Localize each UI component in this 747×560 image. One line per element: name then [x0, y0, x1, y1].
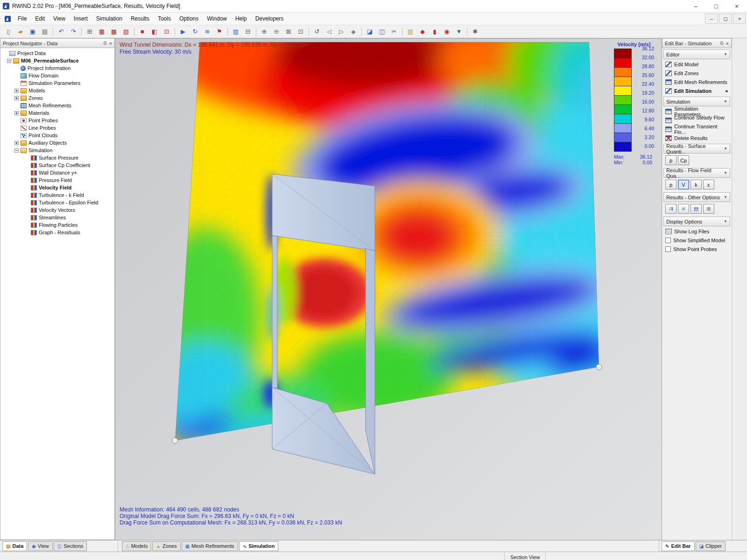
red-cube-icon[interactable]: ■: [137, 27, 148, 37]
filter-icon[interactable]: ▼: [453, 27, 465, 37]
previous-view-icon[interactable]: ◁: [324, 27, 335, 37]
minimize-button[interactable]: –: [685, 0, 706, 12]
section-simulation[interactable]: Simulation▼: [663, 97, 730, 106]
expand-icon[interactable]: [14, 111, 19, 115]
tree-item-project-information[interactable]: Project Information: [0, 64, 114, 72]
probe-icon[interactable]: ◉: [441, 27, 452, 37]
continue-transient-flow-button[interactable]: Continue Transient Flo...: [662, 125, 732, 133]
surface-pressure-button[interactable]: p: [665, 155, 677, 165]
tree-item-streamlines[interactable]: Streamlines: [0, 214, 114, 221]
maximize-button[interactable]: □: [706, 0, 726, 12]
expand-icon[interactable]: [14, 96, 19, 100]
menu-help[interactable]: Help: [231, 14, 251, 24]
section-editor[interactable]: Editor▼: [663, 49, 730, 59]
edit-simulation-button[interactable]: Edit Simulation◄: [662, 86, 732, 95]
menu-simulation[interactable]: Simulation: [92, 14, 127, 24]
mdi-restore-button[interactable]: ◻: [719, 14, 732, 24]
tree-item-zones[interactable]: Zones: [0, 94, 114, 102]
tab-models[interactable]: △Models: [122, 541, 151, 551]
rotate-model-icon[interactable]: ↻: [190, 27, 201, 37]
rotate-view-icon[interactable]: ↺: [311, 27, 323, 37]
show-point-probes-checkbox[interactable]: Show Point Probes: [662, 245, 732, 253]
flow-pressure-button[interactable]: p: [665, 180, 677, 189]
envelope-icon[interactable]: ▤: [691, 204, 702, 214]
tab-sections[interactable]: ◫Sections: [54, 541, 87, 551]
tree-item-project-data[interactable]: Project Data: [0, 49, 114, 57]
new-file-icon[interactable]: ▯: [3, 27, 14, 37]
edit-mesh-refinements-button[interactable]: Edit Mesh Refinements: [662, 77, 732, 86]
print-icon[interactable]: ▤: [39, 27, 50, 37]
viewport-3d[interactable]: Wind Tunnel Dimensions: Dx = 186.641 m, …: [115, 38, 662, 540]
checkbox-icon[interactable]: [665, 238, 671, 243]
wind-profile-icon[interactable]: ≋: [202, 27, 213, 37]
layers-icon[interactable]: ≋: [678, 204, 689, 214]
edit-model-button[interactable]: Edit Model: [662, 60, 732, 69]
monitor-icon[interactable]: ⊟: [242, 27, 254, 37]
tree-item-mesh-refinements[interactable]: Mesh Refinements: [0, 102, 114, 109]
zoom-window-icon[interactable]: ⊠: [283, 27, 294, 37]
tree-item-turbulence-epsilon[interactable]: Turbulence - Epsilon Field: [0, 199, 114, 206]
tree-item-simulation[interactable]: Simulation: [0, 147, 114, 154]
section-results-other[interactable]: Results - Other Options▼: [663, 192, 730, 202]
section-results-surface[interactable]: Results - Surface Quanti...▼: [663, 144, 730, 154]
menu-results[interactable]: Results: [127, 14, 154, 24]
pin-icon[interactable]: [719, 41, 724, 46]
tab-simulation[interactable]: ∿Simulation: [239, 541, 279, 551]
color-scale-icon[interactable]: ▥: [405, 27, 416, 37]
save-icon[interactable]: ▣: [27, 27, 38, 37]
delete-results-button[interactable]: Delete Results: [662, 133, 732, 142]
close-panel-icon[interactable]: ×: [726, 41, 729, 46]
refinement-grid-icon[interactable]: ▩: [108, 27, 120, 37]
wind-direction-icon[interactable]: ▶: [177, 27, 189, 37]
tree-item-auxiliary-objects[interactable]: Auxiliary Objects: [0, 139, 114, 147]
collapse-icon[interactable]: [7, 59, 11, 63]
expand-icon[interactable]: [14, 89, 19, 93]
next-view-icon[interactable]: ▷: [336, 27, 347, 37]
menu-file[interactable]: File: [14, 14, 31, 24]
tree-item-flowing-particles[interactable]: Flowing Particles: [0, 221, 114, 229]
clipping-plane-icon[interactable]: ◪: [364, 27, 375, 37]
dotted-grid-icon[interactable]: ▧: [120, 27, 132, 37]
open-folder-icon[interactable]: ▰: [15, 27, 26, 37]
expand-icon[interactable]: [14, 141, 19, 145]
tree-item-velocity-field[interactable]: Velocity Field: [0, 184, 114, 191]
arrows-icon[interactable]: ⇉: [665, 204, 677, 214]
mdi-close-button[interactable]: ×: [733, 14, 746, 24]
show-simplified-model-checkbox[interactable]: Show Simplified Model: [662, 236, 732, 245]
section-display-options[interactable]: Display Options▼: [663, 217, 730, 226]
tab-clipper[interactable]: ◪Clipper: [696, 541, 726, 551]
menu-view[interactable]: View: [49, 14, 70, 24]
tree-item-graph-residuals[interactable]: Graph - Residuals: [0, 229, 114, 236]
flag-icon[interactable]: ⚑: [214, 27, 225, 37]
undo-icon[interactable]: ↶: [56, 27, 67, 37]
mdi-minimize-button[interactable]: –: [705, 14, 718, 24]
tree-item-model[interactable]: M06_PermeableSurface: [0, 57, 114, 64]
show-log-files-button[interactable]: Show Log Files: [662, 227, 732, 236]
menu-options[interactable]: Options: [175, 14, 203, 24]
tree-item-line-probes[interactable]: Line Probes: [0, 124, 114, 132]
paintbrush-icon[interactable]: ◆: [417, 27, 428, 37]
menu-edit[interactable]: Edit: [31, 14, 49, 24]
redo-icon[interactable]: ↷: [68, 27, 79, 37]
tree-item-wall-distance[interactable]: Wall Distance y+: [0, 169, 114, 176]
flow-velocity-button[interactable]: V: [678, 180, 689, 189]
velocity-field-canvas[interactable]: [115, 39, 662, 540]
tab-mesh-refinements[interactable]: ▦Mesh Refinements: [182, 541, 238, 551]
edit-zones-button[interactable]: Edit Zones: [662, 69, 732, 77]
table-icon[interactable]: ⊞: [84, 27, 95, 37]
menu-window[interactable]: Window: [203, 14, 231, 24]
zones-grid-icon[interactable]: ▦: [96, 27, 107, 37]
flow-epsilon-button[interactable]: ε: [703, 180, 714, 189]
zoom-in-icon[interactable]: ⊕: [259, 27, 270, 37]
marker-icon[interactable]: ▮: [429, 27, 440, 37]
surface-cp-button[interactable]: Cp: [678, 155, 689, 165]
chart-icon[interactable]: ▥: [230, 27, 241, 37]
tree-item-flow-domain[interactable]: Flow Domain: [0, 72, 114, 79]
section-results-flow-field[interactable]: Results - Flow Field Qua...▼: [663, 168, 730, 178]
tree-item-velocity-vectors[interactable]: Velocity Vectors: [0, 206, 114, 214]
tree-item-point-clouds[interactable]: Point Clouds: [0, 132, 114, 139]
clipboard-icon[interactable]: ⊞: [703, 204, 714, 214]
domain-box-icon[interactable]: ⊡: [161, 27, 172, 37]
tree-item-point-probes[interactable]: Point Probes: [0, 117, 114, 124]
checkbox-icon[interactable]: [665, 246, 671, 252]
